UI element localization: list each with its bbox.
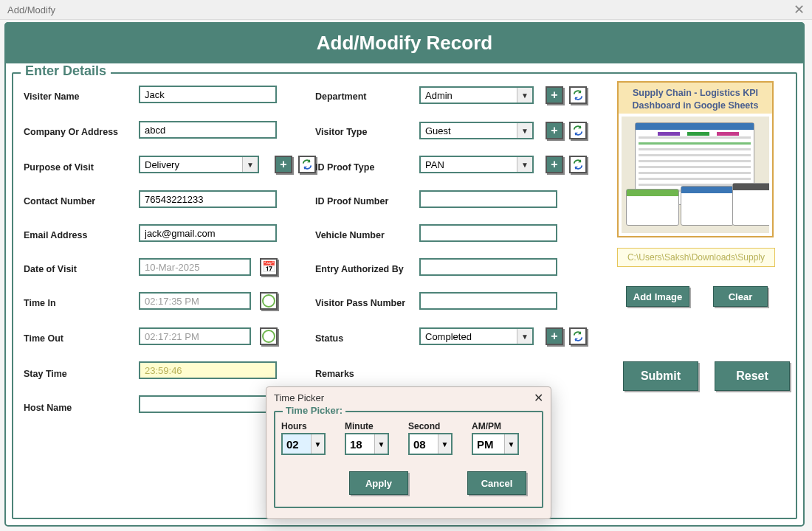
label-purpose: Purpose of Visit (24, 162, 94, 173)
label-id-type: ID Proof Type (315, 162, 374, 173)
email-input[interactable] (139, 224, 277, 242)
chevron-down-icon: ▼ (438, 434, 451, 454)
department-select[interactable]: Admin ▼ (419, 86, 534, 104)
time-picker-dialog: Time Picker ✕ Time Picker: Hours 02 ▼ Mi… (266, 386, 551, 519)
hours-select[interactable]: 02 ▼ (281, 433, 326, 455)
add-visitor-type-button[interactable]: + (546, 122, 563, 139)
pass-number-input[interactable] (419, 292, 557, 310)
second-label: Second (408, 421, 453, 431)
label-stay: Stay Time (24, 369, 67, 379)
id-type-value: PAN (421, 157, 517, 172)
time-out-clock-button[interactable] (260, 327, 278, 345)
id-number-input[interactable] (419, 190, 557, 208)
refresh-visitor-type-button[interactable] (569, 122, 587, 139)
image-caption: Supply Chain - Logistics KPI Dashboard i… (619, 83, 772, 114)
label-remarks: Remarks (315, 369, 354, 379)
stay-time-display (139, 361, 277, 379)
submit-button[interactable]: Submit (623, 361, 698, 391)
label-contact: Contact Number (24, 196, 95, 206)
chevron-down-icon: ▼ (517, 157, 532, 172)
vehicle-input[interactable] (419, 224, 557, 242)
label-id-num: ID Proof Number (315, 196, 388, 206)
reset-button[interactable]: Reset (715, 361, 790, 391)
ampm-select[interactable]: PM ▼ (472, 433, 519, 455)
hours-field: Hours 02 ▼ (281, 421, 326, 455)
plus-icon: + (280, 158, 286, 171)
minute-select[interactable]: 18 ▼ (345, 433, 389, 455)
second-value: 08 (410, 434, 438, 454)
auth-by-input[interactable] (419, 258, 557, 276)
label-time-out: Time Out (24, 333, 63, 344)
apply-button[interactable]: Apply (349, 471, 408, 495)
chevron-down-icon: ▼ (374, 434, 388, 454)
time-picker-group: Time Picker: Hours 02 ▼ Minute 18 ▼ Seco… (274, 411, 543, 508)
refresh-purpose-button[interactable] (298, 156, 316, 173)
image-path-display: C:\Users\Saksh\Downloads\Supply (617, 248, 775, 267)
calendar-button[interactable]: 📅 (260, 258, 278, 276)
label-time-in: Time In (24, 298, 56, 308)
page-header: Add/Modify Record (4, 22, 805, 63)
clear-image-button[interactable]: Clear (713, 286, 768, 307)
chevron-down-icon: ▼ (517, 88, 532, 103)
label-visitor-name: Visiter Name (24, 91, 80, 102)
refresh-status-button[interactable] (569, 327, 587, 345)
second-field: Second 08 ▼ (408, 421, 453, 455)
close-icon[interactable]: ✕ (794, 3, 805, 16)
refresh-icon (572, 89, 584, 101)
plus-icon: + (551, 330, 557, 343)
add-department-button[interactable]: + (546, 86, 563, 104)
time-out-input[interactable] (139, 327, 251, 345)
label-pass-num: Visitor Pass Number (315, 298, 405, 308)
purpose-select[interactable]: Delivery ▼ (139, 156, 259, 173)
details-legend: Enter Details (21, 63, 111, 79)
hours-value: 02 (283, 434, 311, 454)
plus-icon: + (551, 158, 557, 171)
host-input[interactable] (139, 395, 277, 413)
visitor-type-select[interactable]: Guest ▼ (419, 122, 534, 139)
label-company: Company Or Address (24, 127, 118, 137)
clock-icon (262, 330, 275, 343)
time-picker-title: Time Picker (274, 392, 324, 403)
label-vehicle: Vehicle Number (315, 230, 385, 240)
ampm-field: AM/PM PM ▼ (472, 421, 519, 455)
window-titlebar: Add/Modify ✕ (0, 0, 812, 20)
refresh-department-button[interactable] (569, 86, 587, 104)
time-in-clock-button[interactable] (260, 292, 278, 310)
cancel-button[interactable]: Cancel (467, 471, 526, 495)
add-status-button[interactable]: + (546, 327, 563, 345)
visitor-name-input[interactable] (139, 86, 277, 103)
ampm-label: AM/PM (472, 421, 519, 431)
add-id-type-button[interactable]: + (546, 156, 563, 173)
label-visitor-type: Visitor Type (315, 127, 367, 137)
plus-icon: + (551, 124, 557, 137)
image-preview: Supply Chain - Logistics KPI Dashboard i… (617, 81, 774, 237)
refresh-icon (572, 125, 584, 136)
chevron-down-icon: ▼ (504, 434, 517, 454)
page-title: Add/Modify Record (317, 32, 492, 55)
refresh-id-type-button[interactable] (569, 156, 587, 173)
contact-input[interactable] (139, 190, 277, 208)
label-date: Date of Visit (24, 264, 77, 274)
visitor-type-value: Guest (421, 123, 517, 138)
date-input[interactable] (139, 258, 251, 276)
minute-field: Minute 18 ▼ (345, 421, 389, 455)
add-image-button[interactable]: Add Image (626, 286, 689, 307)
company-input[interactable] (139, 121, 277, 139)
refresh-icon (572, 330, 584, 342)
department-value: Admin (421, 88, 517, 103)
minute-value: 18 (346, 434, 374, 454)
close-icon[interactable]: ✕ (534, 391, 543, 405)
window-title: Add/Modify (7, 4, 55, 15)
add-purpose-button[interactable]: + (275, 156, 292, 173)
chevron-down-icon: ▼ (517, 123, 532, 138)
label-status: Status (315, 333, 343, 344)
second-select[interactable]: 08 ▼ (408, 433, 453, 455)
hours-label: Hours (281, 421, 326, 431)
chevron-down-icon: ▼ (311, 434, 324, 454)
status-select[interactable]: Completed ▼ (419, 327, 534, 345)
id-type-select[interactable]: PAN ▼ (419, 156, 534, 173)
time-picker-legend: Time Picker: (283, 405, 345, 416)
label-auth-by: Entry Authorized By (315, 264, 404, 274)
clock-icon (262, 294, 275, 308)
time-in-input[interactable] (139, 292, 251, 310)
